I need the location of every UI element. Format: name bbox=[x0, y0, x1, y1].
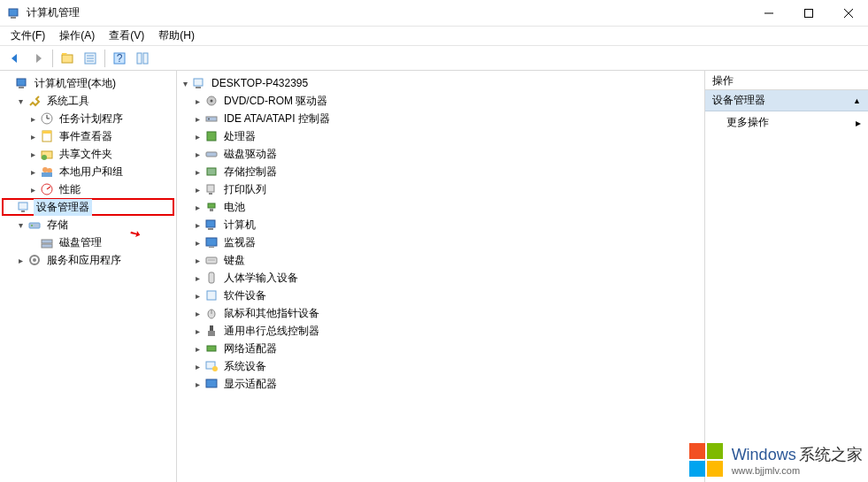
tree-label: 任务计划程序 bbox=[57, 111, 126, 127]
menu-view[interactable]: 查看(V) bbox=[102, 27, 151, 45]
nav-back-button[interactable] bbox=[4, 48, 26, 69]
actions-section[interactable]: 设备管理器 ▲ bbox=[705, 90, 868, 111]
content-area: 计算机管理(本地) ▾ 系统工具 ▸ bbox=[0, 71, 868, 482]
expand-icon[interactable]: ▸ bbox=[27, 148, 39, 160]
tree-event-viewer[interactable]: ▸ 事件查看器 bbox=[2, 127, 174, 145]
actions-more[interactable]: 更多操作 ▸ bbox=[705, 111, 868, 134]
device-category-icon bbox=[204, 129, 219, 143]
tree-device-manager[interactable]: 设备管理器 bbox=[2, 198, 174, 216]
expand-icon[interactable]: ▸ bbox=[191, 360, 204, 372]
expand-icon[interactable]: ▸ bbox=[191, 112, 204, 125]
device-category[interactable]: ▸通用串行总线控制器 bbox=[179, 322, 703, 340]
tree-label: 计算机管理(本地) bbox=[32, 75, 119, 92]
device-category[interactable]: ▸打印队列 bbox=[179, 180, 703, 198]
expand-icon[interactable]: ▸ bbox=[191, 130, 204, 142]
svg-rect-31 bbox=[29, 223, 40, 228]
device-category[interactable]: ▸键盘 bbox=[179, 251, 703, 269]
menu-help[interactable]: 帮助(H) bbox=[151, 27, 202, 45]
tree-shared-folders[interactable]: ▸ 共享文件夹 bbox=[2, 145, 174, 163]
device-category[interactable]: ▸监视器 bbox=[179, 233, 703, 251]
device-category[interactable]: ▸DVD/CD-ROM 驱动器 bbox=[179, 92, 703, 110]
expand-icon[interactable]: ▸ bbox=[191, 378, 204, 390]
device-category-icon bbox=[204, 218, 219, 232]
device-category-icon bbox=[204, 271, 219, 285]
expand-icon[interactable]: ▸ bbox=[27, 183, 39, 195]
view-button[interactable] bbox=[132, 48, 153, 69]
tree-root-computer-mgmt[interactable]: 计算机管理(本地) bbox=[2, 74, 174, 92]
tools-icon bbox=[27, 94, 42, 108]
expand-icon[interactable]: ▸ bbox=[191, 148, 204, 160]
device-category[interactable]: ▸软件设备 bbox=[179, 287, 703, 304]
tree-system-tools[interactable]: ▾ 系统工具 bbox=[2, 92, 174, 110]
expand-icon[interactable]: ▸ bbox=[191, 236, 204, 249]
device-category[interactable]: ▸人体学输入设备 bbox=[179, 269, 703, 287]
nav-forward-button[interactable] bbox=[27, 48, 49, 69]
expand-icon[interactable]: ▸ bbox=[191, 307, 204, 319]
expand-icon[interactable]: ▸ bbox=[191, 95, 204, 107]
menu-file[interactable]: 文件(F) bbox=[4, 27, 52, 45]
svg-rect-41 bbox=[206, 117, 217, 121]
device-category[interactable]: ▸计算机 bbox=[179, 216, 703, 233]
device-category[interactable]: ▸电池 bbox=[179, 198, 703, 216]
expand-icon[interactable]: ▸ bbox=[14, 254, 27, 266]
device-category[interactable]: ▸磁盘驱动器 bbox=[179, 145, 703, 163]
menu-action[interactable]: 操作(A) bbox=[52, 27, 102, 45]
expand-icon[interactable]: ▸ bbox=[27, 130, 39, 142]
device-label: 存储控制器 bbox=[221, 164, 280, 180]
expand-icon[interactable]: ▸ bbox=[191, 201, 204, 213]
device-label: DESKTOP-P432395 bbox=[209, 76, 311, 90]
expand-icon[interactable]: ▸ bbox=[191, 289, 204, 302]
tree-task-scheduler[interactable]: ▸ 任务计划程序 bbox=[2, 110, 174, 127]
maximize-button[interactable] bbox=[788, 0, 828, 26]
expand-icon[interactable]: ▸ bbox=[191, 183, 204, 195]
expand-icon[interactable]: ▸ bbox=[191, 325, 204, 337]
device-category[interactable]: ▸网络适配器 bbox=[179, 340, 703, 357]
tree-disk-mgmt[interactable]: 磁盘管理 bbox=[2, 233, 174, 251]
device-category[interactable]: ▸鼠标和其他指针设备 bbox=[179, 304, 703, 322]
tree-label: 性能 bbox=[57, 181, 83, 198]
svg-text:?: ? bbox=[117, 52, 123, 65]
up-button[interactable] bbox=[57, 48, 78, 69]
device-category[interactable]: ▸处理器 bbox=[179, 127, 703, 145]
help-button[interactable]: ? bbox=[109, 48, 130, 69]
svg-rect-1 bbox=[11, 17, 16, 19]
tree-storage[interactable]: ▾ 存储 bbox=[2, 216, 174, 233]
expand-icon[interactable]: ▸ bbox=[27, 112, 39, 125]
tree-local-users[interactable]: ▸ 本地用户和组 bbox=[2, 163, 174, 180]
svg-rect-45 bbox=[207, 168, 216, 175]
expand-icon[interactable]: ▸ bbox=[191, 272, 204, 284]
collapse-icon[interactable]: ▾ bbox=[179, 77, 191, 89]
expand-spacer bbox=[27, 236, 39, 249]
device-label: 通用串行总线控制器 bbox=[221, 323, 322, 340]
device-category-icon bbox=[204, 341, 219, 356]
device-category[interactable]: ▸系统设备 bbox=[179, 357, 703, 375]
expand-icon[interactable]: ▸ bbox=[191, 165, 204, 178]
actions-section-label: 设备管理器 bbox=[712, 93, 765, 108]
shared-folders-icon bbox=[40, 147, 54, 161]
device-category[interactable]: ▸IDE ATA/ATAPI 控制器 bbox=[179, 110, 703, 127]
performance-icon bbox=[40, 182, 54, 196]
device-root[interactable]: ▾ DESKTOP-P432395 bbox=[179, 74, 703, 92]
close-button[interactable] bbox=[828, 0, 868, 26]
properties-button[interactable] bbox=[80, 48, 101, 69]
svg-rect-29 bbox=[19, 203, 27, 210]
expand-icon[interactable]: ▸ bbox=[191, 254, 204, 266]
device-category[interactable]: ▸存储控制器 bbox=[179, 163, 703, 180]
tree-label: 共享文件夹 bbox=[57, 146, 115, 163]
expand-icon[interactable]: ▸ bbox=[27, 165, 39, 178]
tree-label: 本地用户和组 bbox=[57, 164, 126, 180]
expand-icon[interactable]: ▸ bbox=[191, 218, 204, 231]
svg-rect-16 bbox=[19, 87, 24, 88]
expand-icon[interactable]: ▸ bbox=[191, 342, 204, 355]
collapse-icon[interactable] bbox=[2, 77, 14, 89]
tree-services-apps[interactable]: ▸ 服务和应用程序 bbox=[2, 251, 174, 269]
minimize-button[interactable] bbox=[749, 0, 788, 26]
collapse-icon[interactable]: ▾ bbox=[14, 95, 27, 107]
task-scheduler-icon bbox=[40, 111, 54, 126]
device-category[interactable]: ▸显示适配器 bbox=[179, 375, 703, 393]
svg-rect-13 bbox=[137, 53, 142, 64]
svg-rect-64 bbox=[206, 379, 217, 387]
tree-performance[interactable]: ▸ 性能 bbox=[2, 180, 174, 198]
svg-rect-60 bbox=[210, 325, 213, 331]
collapse-icon[interactable]: ▾ bbox=[14, 218, 27, 231]
